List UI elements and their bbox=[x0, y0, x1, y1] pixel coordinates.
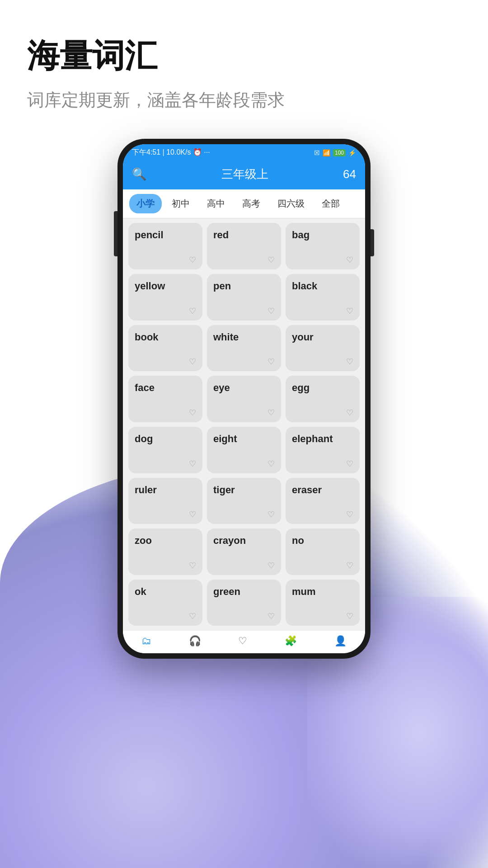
page-subtitle: 词库定期更新，涵盖各年龄段需求 bbox=[27, 89, 461, 112]
favorite-icon[interactable]: ♡ bbox=[346, 255, 353, 265]
nav-profile[interactable]: 👤 bbox=[334, 635, 347, 647]
favorite-icon[interactable]: ♡ bbox=[189, 561, 196, 571]
phone-wrapper: 下午4:51 | 10.0K/s ⏰ ··· ☒ 📶 100 ⚡ 🔍 三年级上 bbox=[27, 139, 461, 659]
favorite-icon[interactable]: ♡ bbox=[346, 306, 353, 316]
charge-icon: ⚡ bbox=[348, 149, 356, 156]
word-card[interactable]: your ♡ bbox=[286, 325, 360, 372]
word-label: ruler bbox=[135, 484, 157, 496]
word-card[interactable]: pencil ♡ bbox=[128, 223, 202, 269]
word-label: yellow bbox=[135, 280, 165, 292]
word-card[interactable]: egg ♡ bbox=[286, 376, 360, 422]
tab-elementary[interactable]: 小学 bbox=[129, 194, 162, 213]
word-count-badge: 64 bbox=[343, 167, 356, 181]
tab-gaokao[interactable]: 高考 bbox=[235, 194, 267, 213]
word-label: elephant bbox=[292, 433, 333, 445]
favorite-icon[interactable]: ♡ bbox=[346, 459, 353, 469]
word-card[interactable]: eight ♡ bbox=[207, 427, 281, 473]
word-grid: pencil ♡ red ♡ bag ♡ yellow ♡ pen ♡ blac… bbox=[123, 218, 365, 630]
word-card[interactable]: eye ♡ bbox=[207, 376, 281, 422]
word-label: zoo bbox=[135, 535, 152, 547]
word-card[interactable]: face ♡ bbox=[128, 376, 202, 422]
bottom-nav: 🗂 🎧 ♡ 🧩 👤 bbox=[123, 630, 365, 653]
favorite-icon[interactable]: ♡ bbox=[267, 509, 275, 519]
nav-practice[interactable]: 🧩 bbox=[285, 635, 297, 647]
word-card[interactable]: book ♡ bbox=[128, 325, 202, 372]
word-card[interactable]: no ♡ bbox=[286, 528, 360, 575]
status-icons: ☒ 📶 100 ⚡ bbox=[314, 149, 356, 156]
favorite-icon[interactable]: ♡ bbox=[189, 459, 196, 469]
word-label: bag bbox=[292, 229, 310, 241]
word-card[interactable]: pen ♡ bbox=[207, 274, 281, 321]
page-title: 海量词汇 bbox=[27, 36, 461, 75]
nav-favorites[interactable]: ♡ bbox=[238, 635, 247, 647]
favorite-icon[interactable]: ♡ bbox=[189, 357, 196, 367]
battery-indicator: 100 bbox=[333, 149, 346, 156]
sim-icon: ☒ bbox=[314, 149, 320, 156]
listen-icon: 🎧 bbox=[189, 635, 201, 647]
content-area: 海量词汇 词库定期更新，涵盖各年龄段需求 下午4:51 | 10.0K/s ⏰ … bbox=[0, 0, 488, 659]
favorite-icon[interactable]: ♡ bbox=[267, 561, 275, 571]
phone-frame: 下午4:51 | 10.0K/s ⏰ ··· ☒ 📶 100 ⚡ 🔍 三年级上 bbox=[117, 139, 371, 659]
word-card[interactable]: ok ♡ bbox=[128, 580, 202, 626]
header-title: 三年级上 bbox=[221, 166, 268, 182]
favorite-icon[interactable]: ♡ bbox=[346, 357, 353, 367]
nav-listen[interactable]: 🎧 bbox=[189, 635, 201, 647]
word-card[interactable]: mum ♡ bbox=[286, 580, 360, 626]
word-label: crayon bbox=[213, 535, 246, 547]
word-label: ok bbox=[135, 586, 146, 598]
word-card[interactable]: yellow ♡ bbox=[128, 274, 202, 321]
word-card[interactable]: bag ♡ bbox=[286, 223, 360, 269]
word-card[interactable]: black ♡ bbox=[286, 274, 360, 321]
tab-cet[interactable]: 四六级 bbox=[270, 194, 312, 213]
nav-wordbook[interactable]: 🗂 bbox=[141, 635, 151, 647]
favorite-icon[interactable]: ♡ bbox=[189, 408, 196, 418]
app-header: 🔍 三年级上 64 bbox=[123, 161, 365, 189]
wifi-icon: 📶 bbox=[323, 149, 330, 156]
search-icon[interactable]: 🔍 bbox=[132, 167, 146, 181]
word-label: white bbox=[213, 331, 239, 343]
favorite-icon[interactable]: ♡ bbox=[267, 459, 275, 469]
favorite-icon[interactable]: ♡ bbox=[189, 509, 196, 519]
word-card[interactable]: red ♡ bbox=[207, 223, 281, 269]
word-label: mum bbox=[292, 586, 316, 598]
favorite-icon[interactable]: ♡ bbox=[189, 306, 196, 316]
favorite-icon[interactable]: ♡ bbox=[346, 408, 353, 418]
favorite-icon[interactable]: ♡ bbox=[267, 408, 275, 418]
word-card[interactable]: elephant ♡ bbox=[286, 427, 360, 473]
heart-nav-icon: ♡ bbox=[238, 635, 247, 647]
favorite-icon[interactable]: ♡ bbox=[267, 357, 275, 367]
favorite-icon[interactable]: ♡ bbox=[189, 611, 196, 621]
word-label: pencil bbox=[135, 229, 164, 241]
word-card[interactable]: tiger ♡ bbox=[207, 478, 281, 524]
word-label: face bbox=[135, 382, 155, 394]
favorite-icon[interactable]: ♡ bbox=[346, 561, 353, 571]
favorite-icon[interactable]: ♡ bbox=[267, 255, 275, 265]
word-label: book bbox=[135, 331, 159, 343]
word-label: green bbox=[213, 586, 240, 598]
word-card[interactable]: green ♡ bbox=[207, 580, 281, 626]
favorite-icon[interactable]: ♡ bbox=[346, 509, 353, 519]
word-card[interactable]: white ♡ bbox=[207, 325, 281, 372]
practice-icon: 🧩 bbox=[285, 635, 297, 647]
word-label: red bbox=[213, 229, 229, 241]
tab-all[interactable]: 全部 bbox=[314, 194, 347, 213]
word-card[interactable]: crayon ♡ bbox=[207, 528, 281, 575]
favorite-icon[interactable]: ♡ bbox=[189, 255, 196, 265]
tab-middle[interactable]: 初中 bbox=[164, 194, 197, 213]
word-card[interactable]: zoo ♡ bbox=[128, 528, 202, 575]
word-label: no bbox=[292, 535, 304, 547]
favorite-icon[interactable]: ♡ bbox=[346, 611, 353, 621]
word-card[interactable]: dog ♡ bbox=[128, 427, 202, 473]
word-card[interactable]: eraser ♡ bbox=[286, 478, 360, 524]
word-card[interactable]: ruler ♡ bbox=[128, 478, 202, 524]
word-label: tiger bbox=[213, 484, 235, 496]
tab-high[interactable]: 高中 bbox=[200, 194, 232, 213]
favorite-icon[interactable]: ♡ bbox=[267, 611, 275, 621]
word-label: pen bbox=[213, 280, 231, 292]
word-label: eight bbox=[213, 433, 237, 445]
word-label: egg bbox=[292, 382, 310, 394]
status-time: 下午4:51 | 10.0K/s ⏰ ··· bbox=[132, 148, 210, 157]
favorite-icon[interactable]: ♡ bbox=[267, 306, 275, 316]
word-label: your bbox=[292, 331, 314, 343]
phone-screen: 下午4:51 | 10.0K/s ⏰ ··· ☒ 📶 100 ⚡ 🔍 三年级上 bbox=[123, 144, 365, 653]
